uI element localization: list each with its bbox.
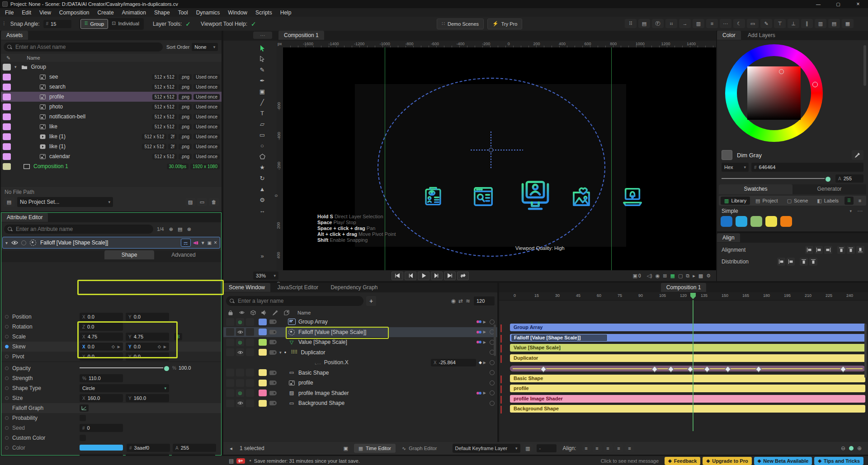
layer-tag-icon[interactable] <box>269 350 277 355</box>
close-button[interactable]: × <box>848 1 868 7</box>
retime-icon[interactable]: ⇄ <box>458 298 463 304</box>
timeline-zoom-out-icon[interactable]: ⊖ <box>841 445 845 451</box>
layer-color-swatch[interactable] <box>259 380 267 386</box>
layer-color-swatch[interactable] <box>259 390 267 396</box>
solo-circle[interactable] <box>490 401 495 406</box>
line-tool[interactable]: ╱ <box>253 97 271 108</box>
text-tool[interactable]: T <box>253 108 271 118</box>
align-bottom-icon[interactable] <box>856 246 864 254</box>
lib-tab-library[interactable]: ▥Library <box>721 197 750 205</box>
tab-advanced[interactable]: Advanced <box>159 250 208 259</box>
visible-eye-icon[interactable] <box>237 351 243 354</box>
close-attr-icon[interactable]: × <box>214 240 217 246</box>
try-pro-button[interactable]: ⚡Try Pro <box>487 19 522 29</box>
attr-row-position[interactable]: Position X0.0 Y0.0 <box>1 312 221 322</box>
see-icon[interactable] <box>423 186 443 207</box>
attr-radio[interactable] <box>5 335 9 338</box>
asset-row[interactable]: notification-bell 512 x 512.pngUsed once <box>1 112 222 122</box>
render-toggle-icon[interactable] <box>476 319 482 324</box>
distribute-v-icon[interactable] <box>809 258 817 266</box>
menu-shape[interactable]: Shape <box>150 9 174 17</box>
asset-row[interactable]: calendar 512 x 512.pngUsed once <box>1 151 222 161</box>
layout-left-icon[interactable]: ▥ <box>693 19 704 28</box>
toolbar-drag-handle[interactable]: ⠇ <box>3 21 7 27</box>
tag-icon[interactable] <box>284 310 289 315</box>
attr-row-falloff graph[interactable]: Falloff Graph <box>1 403 221 413</box>
hue-selector[interactable] <box>812 82 818 87</box>
viewport-canvas[interactable]: Hold S Direct Layer SelectionSpace Play/… <box>283 47 716 270</box>
profile-icon[interactable] <box>519 181 552 211</box>
timeline-bar[interactable]: Duplicator <box>510 354 865 362</box>
keyframe-diamond-icon[interactable]: ◇ <box>112 344 115 349</box>
layer-row[interactable]: ▾● ⠿⠿ Duplicator <box>223 348 497 358</box>
layer-tag-icon[interactable] <box>269 319 277 324</box>
positionx-value-field[interactable]: X-25.864 <box>431 359 476 366</box>
attr-checkbox-custom color[interactable] <box>80 435 86 441</box>
pin-icon[interactable]: ▼ <box>201 240 205 245</box>
time-editor-button[interactable]: ▦Time Editor <box>354 444 396 453</box>
asset-color-swatch[interactable] <box>3 153 11 160</box>
folder-button[interactable]: ▨ <box>185 198 195 206</box>
play-mini-icon[interactable]: ▶ <box>483 340 486 344</box>
collapse-chevron-icon[interactable]: ▾ <box>5 240 8 245</box>
sv-selector[interactable] <box>779 69 784 74</box>
swatch-chip[interactable] <box>780 216 792 227</box>
solo-circle[interactable] <box>490 370 495 375</box>
attr-radio[interactable] <box>5 345 9 348</box>
attr-field-strength[interactable]: %110.0 <box>80 374 123 382</box>
attr-row-rotation[interactable]: Rotation Z0.0 <box>1 322 221 332</box>
timeline-scrollbar[interactable] <box>864 324 867 378</box>
solo-circle-icon[interactable] <box>21 240 26 245</box>
asset-color-swatch[interactable] <box>3 123 11 130</box>
menu-create[interactable]: Create <box>94 9 118 17</box>
keyframe-diamond[interactable] <box>651 366 658 372</box>
solo-circle[interactable] <box>490 360 495 365</box>
export-icon[interactable]: ▸ <box>693 273 695 279</box>
asset-row[interactable]: ▾ Group <box>1 62 222 72</box>
menu-animation[interactable]: Animation <box>118 9 150 17</box>
rotate-tool[interactable]: ↻ <box>253 173 271 183</box>
guide-line-right[interactable] <box>611 47 612 270</box>
attr-row-size[interactable]: Size X160.0 Y160.0 <box>1 393 221 403</box>
layer-tag-icon[interactable] <box>269 391 277 395</box>
child-dot-icon[interactable]: ● <box>284 350 287 354</box>
collapse-panel-button[interactable]: ◂ <box>227 444 235 452</box>
attr-row-pivot[interactable]: Pivot X0.0 Y0.0 <box>1 352 221 362</box>
lib-tab-scene[interactable]: ▢Scene <box>783 197 812 205</box>
frame-f-icon[interactable]: Ⓕ <box>652 19 664 28</box>
dots-small-icon[interactable]: ⠶ <box>665 19 677 28</box>
align-center-h-icon[interactable] <box>815 246 823 254</box>
layer-tag-icon[interactable] <box>269 340 277 344</box>
attr-row-shape type[interactable]: Shape TypeCircle▾ <box>1 383 221 393</box>
keyframe-diamond-icon[interactable]: ◇ <box>158 344 161 349</box>
timeline-bar[interactable]: profile <box>510 385 865 392</box>
timeline-zoom-knob[interactable] <box>849 446 854 451</box>
asset-row[interactable]: Composition 1 30.00fps1920 x 1080 <box>1 161 222 171</box>
panel-icon[interactable]: ▤ <box>638 19 650 28</box>
menu-file[interactable]: File <box>1 9 18 17</box>
asset-row[interactable]: like (1) 512 x 5122f.pngUsed once <box>1 132 222 141</box>
keyframe-layer-icon-button[interactable]: ▥ <box>523 444 533 452</box>
scene-scrollbar[interactable] <box>494 324 496 356</box>
eyedropper-button[interactable] <box>852 150 863 160</box>
layer-row[interactable]: ◎ Group Array ▶ <box>223 317 497 327</box>
skip-start-button[interactable] <box>392 272 403 280</box>
timeline-bar[interactable]: Group Array <box>510 324 865 331</box>
connections-icon[interactable]: ⚎ <box>181 239 191 247</box>
status-button-tips-and-tricks[interactable]: ◈Tips and Tricks <box>814 457 863 465</box>
attr-field-scale[interactable]: X4.75 <box>80 333 123 341</box>
ellipsis-icon[interactable]: ⋯ <box>720 19 731 28</box>
grid-icon[interactable]: ⊞ <box>663 273 667 279</box>
layer-row[interactable]: ▭ Basic Shape <box>223 368 497 378</box>
columns-icon[interactable]: ▥ <box>815 19 826 28</box>
cube-icon[interactable] <box>250 310 256 315</box>
attr-field-position[interactable]: Y0.0 <box>126 313 169 321</box>
keyframe-diamond-icon[interactable]: ◆ <box>479 360 482 365</box>
solo-circle[interactable] <box>490 380 495 385</box>
speaker-icon[interactable]: ◁) <box>647 273 652 279</box>
visibility-eye-icon[interactable] <box>11 240 18 245</box>
status-button-upgrade-to-pro[interactable]: ◈Upgrade to Pro <box>703 457 751 465</box>
viewport-tool-help-check[interactable]: ✓ <box>251 20 256 28</box>
align-top-icon[interactable]: ⊤ <box>774 19 786 28</box>
tab-attribute-editor[interactable]: Attribute Editor <box>1 213 48 222</box>
